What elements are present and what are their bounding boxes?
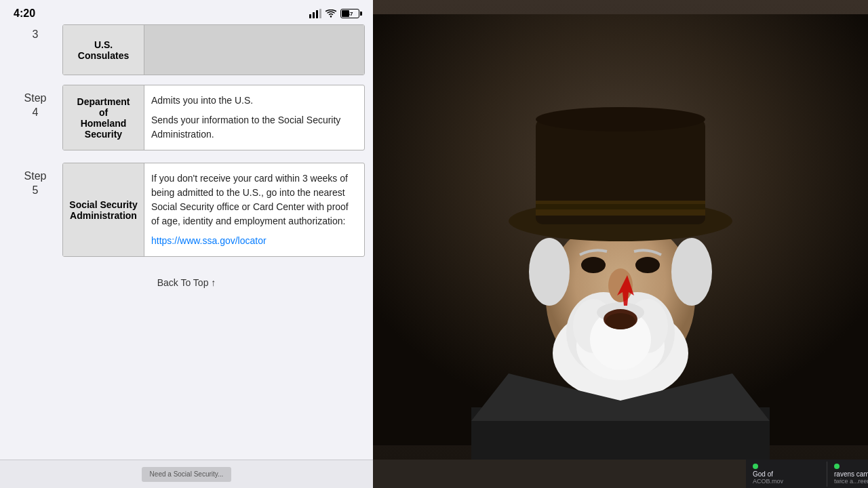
step-4-table: DepartmentofHomelandSecurity Admits you … — [62, 85, 365, 150]
person-video — [373, 0, 868, 460]
taskbar-label-1: God of — [753, 470, 773, 478]
taskbar-item-2[interactable]: ravens came twice a...reen.mp4 — [827, 462, 868, 487]
step-3-entity: U.S.Consulates — [63, 25, 144, 75]
battery-percent: 47 — [347, 11, 353, 17]
scroll-content: 3 U.S.Consulates Step4 DepartmentofHomel… — [0, 24, 373, 293]
back-to-top-label: Back To Top ↑ — [157, 277, 216, 288]
wifi-icon — [326, 9, 336, 18]
bottom-tab-label: Need a Social Security... — [150, 470, 224, 478]
svg-point-4 — [330, 16, 332, 17]
step-3-label: 3 — [8, 24, 62, 41]
video-bg — [373, 0, 868, 460]
step-row-5: Step5 Social SecurityAdministration If y… — [8, 163, 365, 257]
svg-point-24 — [671, 238, 712, 306]
step-3-content — [144, 25, 364, 75]
phone-mockup: 4:20 47 — [0, 0, 373, 488]
status-time: 4:20 — [14, 7, 35, 20]
step-5-label: Step5 — [8, 163, 62, 198]
taskbar-label-2: ravens came — [834, 470, 868, 478]
status-bar: 4:20 47 — [0, 0, 373, 24]
svg-rect-29 — [536, 204, 705, 209]
taskbar-sub-2: twice a...reen.mp4 — [834, 478, 868, 485]
taskbar-item-1[interactable]: God of ACOB.mov — [746, 462, 827, 487]
back-to-top[interactable]: Back To Top ↑ — [8, 269, 365, 293]
svg-rect-3 — [319, 9, 321, 18]
ssa-locator-link[interactable]: https://www.ssa.gov/locator — [151, 235, 267, 246]
step-4-content: Admits you into the U.S. Sends your info… — [144, 85, 364, 150]
step-5-content: If you don't receive your card within 3 … — [144, 163, 364, 256]
status-icons: 47 — [309, 9, 359, 18]
step-4-label: Step4 — [8, 85, 62, 120]
step-3-table: U.S.Consulates — [62, 24, 365, 75]
svg-rect-2 — [316, 10, 318, 18]
step-row-4: Step4 DepartmentofHomelandSecurity Admit… — [8, 85, 365, 150]
svg-point-20 — [635, 257, 660, 273]
step-5-table: Social SecurityAdministration If you don… — [62, 163, 365, 257]
step-5-text-1: If you don't receive your card within 3 … — [151, 171, 357, 228]
step-4-text-1: Admits you into the U.S. — [151, 94, 357, 108]
step-row-3: 3 U.S.Consulates — [8, 24, 365, 75]
signal-icon — [309, 9, 321, 18]
battery-icon: 47 — [340, 9, 359, 18]
taskbar-dot-1 — [753, 464, 758, 469]
step-5-entity: Social SecurityAdministration — [63, 163, 144, 256]
bottom-bar: Need a Social Security... — [0, 460, 373, 488]
video-section: God of ACOB.mov ravens came twice a...re… — [373, 0, 868, 488]
svg-point-22 — [606, 313, 635, 329]
svg-rect-0 — [309, 14, 311, 18]
svg-point-27 — [536, 107, 705, 131]
bottom-tab[interactable]: Need a Social Security... — [142, 467, 232, 482]
svg-rect-1 — [313, 12, 315, 18]
svg-point-23 — [529, 238, 570, 306]
svg-point-19 — [581, 257, 606, 273]
taskbar-sub-1: ACOB.mov — [753, 478, 783, 485]
taskbar: God of ACOB.mov ravens came twice a...re… — [746, 460, 868, 488]
step-4-entity: DepartmentofHomelandSecurity — [63, 85, 144, 150]
taskbar-dot-2 — [834, 464, 840, 469]
step-4-text-2: Sends your information to the Social Sec… — [151, 113, 357, 142]
